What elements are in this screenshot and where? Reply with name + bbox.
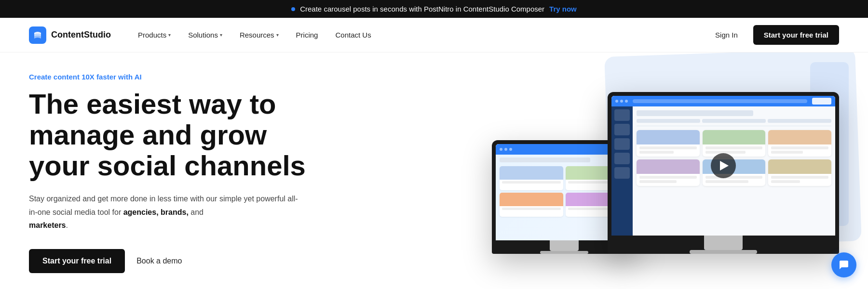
nav-item-resources[interactable]: Resources ▾	[232, 27, 286, 43]
hero-cta-button[interactable]: Start your free trial	[29, 249, 125, 273]
hero-title: The easiest way to manage and grow your …	[29, 89, 366, 181]
chevron-down-icon: ▾	[276, 32, 279, 38]
announcement-cta[interactable]: Try now	[549, 5, 577, 13]
nav-item-products[interactable]: Products ▾	[130, 27, 178, 43]
announcement-dot	[291, 7, 295, 11]
nav-item-solutions[interactable]: Solutions ▾	[180, 27, 230, 43]
hero-description: Stay organized and get more done in less…	[29, 192, 299, 232]
hero-demo-button[interactable]: Book a demo	[136, 257, 182, 265]
hero-visual	[366, 72, 839, 274]
chevron-down-icon: ▾	[168, 32, 171, 38]
monitor-frame-primary	[608, 92, 839, 254]
signin-button[interactable]: Sign In	[707, 27, 746, 43]
monitor-base-secondary	[540, 251, 588, 254]
logo-link[interactable]: ContentStudio	[29, 26, 111, 44]
chevron-down-icon: ▾	[220, 32, 222, 38]
monitor-base-primary	[690, 250, 757, 254]
play-icon	[720, 161, 729, 171]
announcement-bar: Create carousel posts in seconds with Po…	[0, 0, 868, 18]
logo-icon	[29, 26, 46, 44]
hero-actions: Start your free trial Book a demo	[29, 249, 366, 273]
announcement-text: Create carousel posts in seconds with Po…	[300, 5, 544, 13]
navbar-cta-button[interactable]: Start your free trial	[753, 25, 839, 45]
screen-sidebar	[611, 106, 633, 236]
monitor-stand-secondary	[550, 240, 579, 251]
nav-actions: Sign In Start your free trial	[707, 25, 839, 45]
monitor-screen-primary	[611, 96, 835, 236]
nav-item-contact[interactable]: Contact Us	[327, 27, 379, 43]
nav-links: Products ▾ Solutions ▾ Resources ▾ Prici…	[130, 27, 707, 43]
chat-bubble-button[interactable]	[831, 252, 856, 277]
navbar: ContentStudio Products ▾ Solutions ▾ Res…	[0, 18, 868, 53]
hero-eyebrow: Create content 10X faster with AI	[29, 73, 366, 81]
hero-section: Create content 10X faster with AI The ea…	[0, 53, 868, 289]
logo-text: ContentStudio	[51, 30, 111, 40]
monitor-primary	[608, 92, 839, 254]
play-button[interactable]	[711, 153, 736, 178]
monitor-stand-primary	[704, 236, 743, 250]
chat-icon	[838, 259, 850, 271]
monitor-mockup	[530, 92, 839, 254]
nav-item-pricing[interactable]: Pricing	[288, 27, 326, 43]
hero-content: Create content 10X faster with AI The ea…	[29, 73, 366, 273]
